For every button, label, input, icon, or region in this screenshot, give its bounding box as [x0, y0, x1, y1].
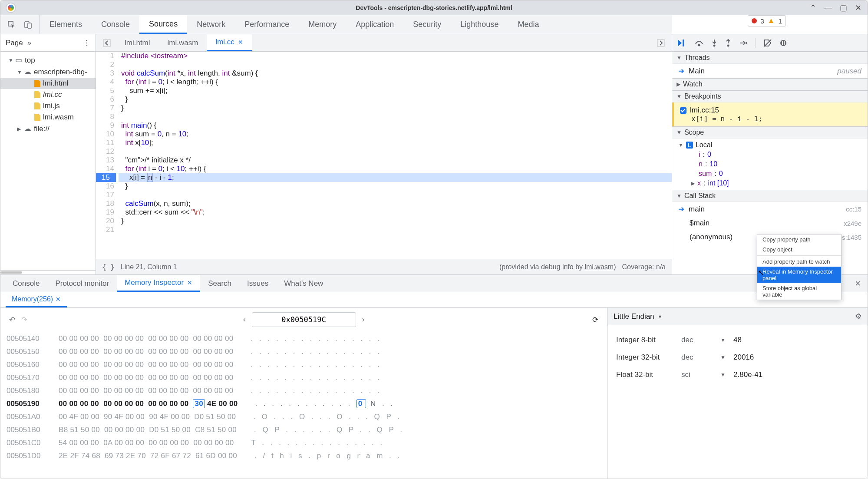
- hex-row[interactable]: 005051B0B8 51 50 00 00 00 00 00 D0 51 50…: [7, 423, 601, 436]
- address-input[interactable]: [252, 312, 356, 327]
- close-icon[interactable]: ✕: [187, 279, 192, 286]
- code-line[interactable]: int sum = 0, n = 10;: [119, 130, 672, 139]
- deactivate-bp-icon[interactable]: [764, 39, 772, 47]
- breakpoint-item[interactable]: lmi.cc:15 x[i] = n - i - 1;: [672, 102, 868, 126]
- hex-row[interactable]: 005051C054 00 00 00 0A 00 00 00 00 00 00…: [7, 436, 601, 449]
- tree-item[interactable]: ▶☁file://: [0, 123, 96, 135]
- endian-select[interactable]: Little Endian: [614, 312, 654, 321]
- main-tab-lighthouse[interactable]: Lighthouse: [451, 15, 508, 34]
- call-frame[interactable]: ➔maincc:15: [672, 202, 868, 216]
- scope-var[interactable]: sum: 0: [672, 169, 868, 178]
- next-page-icon[interactable]: ›: [362, 315, 365, 324]
- inspect-icon[interactable]: [7, 20, 17, 30]
- main-tab-media[interactable]: Media: [508, 15, 548, 34]
- thread-row[interactable]: ➔ Main paused: [672, 64, 868, 78]
- drawer-tab[interactable]: What's New: [276, 275, 331, 292]
- main-tab-network[interactable]: Network: [187, 15, 235, 34]
- code-line[interactable]: [119, 191, 672, 199]
- hex-row[interactable]: 0050515000 00 00 00 00 00 00 00 00 00 00…: [7, 345, 601, 358]
- code-line[interactable]: for (int i = 0; i < 10; ++i) {: [119, 165, 672, 173]
- scope-var[interactable]: n: 10: [672, 159, 868, 169]
- drawer-tab[interactable]: Protocol monitor: [47, 275, 117, 292]
- tree-item[interactable]: ▼☁emscripten-dbg-: [0, 66, 96, 78]
- format-select[interactable]: sci: [681, 370, 720, 379]
- hex-row[interactable]: 005051D02E 2F 74 68 69 73 2E 70 72 6F 67…: [7, 449, 601, 462]
- drawer-tab[interactable]: Console: [5, 275, 47, 292]
- main-tab-security[interactable]: Security: [403, 15, 451, 34]
- device-toggle-icon[interactable]: [23, 20, 33, 30]
- drawer-close-icon[interactable]: ×: [852, 278, 863, 289]
- hex-row[interactable]: 0050519000 00 00 00 00 00 00 00 00 00 00…: [7, 397, 601, 410]
- code-line[interactable]: x[i] = n - i - 1;: [119, 173, 672, 182]
- hex-row[interactable]: 005051A000 4F 00 00 90 4F 00 00 90 4F 00…: [7, 410, 601, 423]
- redo-icon[interactable]: ↷: [21, 315, 27, 324]
- context-menu-item[interactable]: Copy object: [757, 244, 841, 254]
- code-line[interactable]: int main() {: [119, 121, 672, 130]
- main-tab-console[interactable]: Console: [92, 15, 139, 34]
- memory-instance-tab[interactable]: Memory(256)✕: [6, 292, 67, 307]
- tree-item[interactable]: lmi.js: [0, 100, 96, 112]
- settings-gear-icon[interactable]: ⚙: [855, 312, 861, 321]
- navigator-tab-page[interactable]: Page: [6, 39, 23, 47]
- breakpoints-header[interactable]: ▼Breakpoints: [672, 90, 868, 102]
- code-line[interactable]: for (int i = 0; i < length; ++i) {: [119, 78, 672, 86]
- chevron-right-icon[interactable]: »: [27, 39, 31, 47]
- code-line[interactable]: [119, 147, 672, 156]
- hex-row[interactable]: 0050514000 00 00 00 00 00 00 00 00 00 00…: [7, 332, 601, 345]
- step-icon[interactable]: [739, 40, 748, 46]
- dropdown-caret-icon[interactable]: ▼: [720, 337, 733, 343]
- file-tab[interactable]: lmi.cc✕: [207, 34, 251, 51]
- close-icon[interactable]: ✕: [855, 3, 861, 13]
- main-tab-application[interactable]: Application: [346, 15, 403, 34]
- drawer-tab[interactable]: Issues: [239, 275, 276, 292]
- issues-badge[interactable]: 3 ▲ 1: [748, 15, 786, 26]
- nav-forward-icon[interactable]: [653, 39, 668, 47]
- call-frame[interactable]: $mainx249e: [672, 216, 868, 230]
- close-icon[interactable]: ✕: [238, 39, 243, 46]
- tree-item[interactable]: lmi.cc: [0, 89, 96, 100]
- tree-item[interactable]: ▼▭top: [0, 54, 96, 66]
- code-line[interactable]: }: [119, 104, 672, 112]
- close-icon[interactable]: ✕: [56, 296, 61, 303]
- code-line[interactable]: }: [119, 95, 672, 104]
- context-menu-item[interactable]: Copy property path: [757, 235, 841, 244]
- dropdown-caret-icon[interactable]: ▼: [720, 354, 733, 360]
- scope-var[interactable]: ▶x: int [10]: [672, 178, 868, 188]
- file-tab[interactable]: lmi.html: [116, 34, 159, 51]
- resume-icon[interactable]: [677, 40, 687, 46]
- dropdown-caret-icon[interactable]: ▼: [658, 314, 663, 319]
- tree-item[interactable]: lmi.wasm: [0, 112, 96, 123]
- tree-item[interactable]: lmi.html: [0, 78, 96, 89]
- code-line[interactable]: #include <iostream>: [119, 52, 672, 60]
- code-line[interactable]: void calcSum(int *x, int length, int &su…: [119, 69, 672, 78]
- code-line[interactable]: [119, 112, 672, 121]
- format-select[interactable]: dec: [681, 353, 720, 362]
- code-line[interactable]: int x[10];: [119, 139, 672, 147]
- step-over-icon[interactable]: [695, 40, 703, 46]
- maximize-icon[interactable]: ▢: [840, 3, 847, 13]
- code-line[interactable]: }: [119, 217, 672, 225]
- scope-header[interactable]: ▼Scope: [672, 126, 868, 139]
- code-line[interactable]: std::cerr << sum << "\n";: [119, 208, 672, 217]
- debug-info-link[interactable]: lmi.wasm: [584, 263, 614, 271]
- file-tab[interactable]: lmi.wasm: [159, 34, 207, 51]
- code-line[interactable]: }: [119, 182, 672, 191]
- watch-header[interactable]: ▶Watch: [672, 78, 868, 90]
- step-out-icon[interactable]: [725, 39, 731, 47]
- prev-page-icon[interactable]: ‹: [243, 315, 246, 324]
- code-line[interactable]: calcSum(x, n, sum);: [119, 199, 672, 208]
- code-line[interactable]: [119, 225, 672, 234]
- minimize-icon[interactable]: —: [824, 3, 832, 13]
- scope-local[interactable]: ▼LLocal: [672, 140, 868, 150]
- code-line[interactable]: sum += x[i];: [119, 86, 672, 95]
- context-menu-item[interactable]: Reveal in Memory Inspector panel: [757, 267, 841, 283]
- format-select[interactable]: dec: [681, 336, 720, 344]
- drawer-tab[interactable]: Search: [200, 275, 239, 292]
- code-line[interactable]: [119, 60, 672, 69]
- context-menu-item[interactable]: Add property path to watch: [757, 257, 841, 267]
- main-tab-performance[interactable]: Performance: [235, 15, 299, 34]
- callstack-header[interactable]: ▼Call Stack: [672, 190, 868, 202]
- chevron-down-icon[interactable]: ⌃: [810, 3, 816, 13]
- refresh-icon[interactable]: ⟳: [592, 315, 598, 324]
- braces-icon[interactable]: { }: [102, 263, 115, 271]
